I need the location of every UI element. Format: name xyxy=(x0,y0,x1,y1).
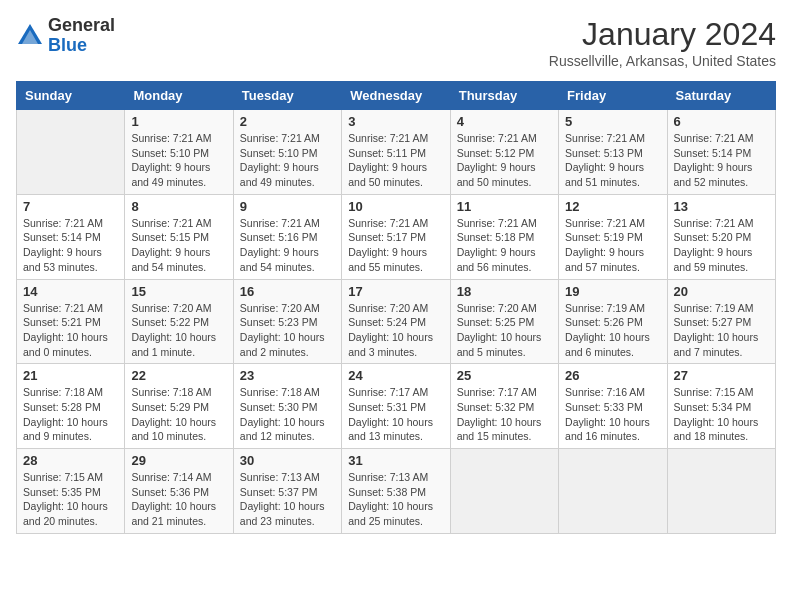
day-number: 1 xyxy=(131,114,226,129)
week-row-3: 14Sunrise: 7:21 AM Sunset: 5:21 PM Dayli… xyxy=(17,279,776,364)
title-block: January 2024 Russellville, Arkansas, Uni… xyxy=(549,16,776,69)
calendar-cell: 1Sunrise: 7:21 AM Sunset: 5:10 PM Daylig… xyxy=(125,110,233,195)
day-info: Sunrise: 7:21 AM Sunset: 5:20 PM Dayligh… xyxy=(674,216,769,275)
day-number: 18 xyxy=(457,284,552,299)
day-info: Sunrise: 7:21 AM Sunset: 5:18 PM Dayligh… xyxy=(457,216,552,275)
calendar-cell: 16Sunrise: 7:20 AM Sunset: 5:23 PM Dayli… xyxy=(233,279,341,364)
day-number: 23 xyxy=(240,368,335,383)
calendar-cell xyxy=(450,449,558,534)
day-info: Sunrise: 7:21 AM Sunset: 5:14 PM Dayligh… xyxy=(674,131,769,190)
calendar-cell: 13Sunrise: 7:21 AM Sunset: 5:20 PM Dayli… xyxy=(667,194,775,279)
day-number: 11 xyxy=(457,199,552,214)
weekday-header-monday: Monday xyxy=(125,82,233,110)
weekday-header-friday: Friday xyxy=(559,82,667,110)
day-number: 21 xyxy=(23,368,118,383)
calendar-cell: 8Sunrise: 7:21 AM Sunset: 5:15 PM Daylig… xyxy=(125,194,233,279)
day-number: 14 xyxy=(23,284,118,299)
calendar-table: SundayMondayTuesdayWednesdayThursdayFrid… xyxy=(16,81,776,534)
calendar-cell: 19Sunrise: 7:19 AM Sunset: 5:26 PM Dayli… xyxy=(559,279,667,364)
day-number: 6 xyxy=(674,114,769,129)
calendar-cell: 2Sunrise: 7:21 AM Sunset: 5:10 PM Daylig… xyxy=(233,110,341,195)
day-number: 13 xyxy=(674,199,769,214)
day-info: Sunrise: 7:20 AM Sunset: 5:23 PM Dayligh… xyxy=(240,301,335,360)
calendar-cell: 20Sunrise: 7:19 AM Sunset: 5:27 PM Dayli… xyxy=(667,279,775,364)
day-number: 9 xyxy=(240,199,335,214)
day-info: Sunrise: 7:18 AM Sunset: 5:28 PM Dayligh… xyxy=(23,385,118,444)
day-info: Sunrise: 7:20 AM Sunset: 5:24 PM Dayligh… xyxy=(348,301,443,360)
day-number: 22 xyxy=(131,368,226,383)
day-info: Sunrise: 7:16 AM Sunset: 5:33 PM Dayligh… xyxy=(565,385,660,444)
week-row-5: 28Sunrise: 7:15 AM Sunset: 5:35 PM Dayli… xyxy=(17,449,776,534)
weekday-header-sunday: Sunday xyxy=(17,82,125,110)
day-info: Sunrise: 7:20 AM Sunset: 5:22 PM Dayligh… xyxy=(131,301,226,360)
day-number: 25 xyxy=(457,368,552,383)
day-number: 19 xyxy=(565,284,660,299)
day-number: 26 xyxy=(565,368,660,383)
day-number: 16 xyxy=(240,284,335,299)
calendar-cell: 29Sunrise: 7:14 AM Sunset: 5:36 PM Dayli… xyxy=(125,449,233,534)
calendar-cell xyxy=(667,449,775,534)
logo-icon xyxy=(16,22,44,50)
calendar-cell: 17Sunrise: 7:20 AM Sunset: 5:24 PM Dayli… xyxy=(342,279,450,364)
day-number: 7 xyxy=(23,199,118,214)
location: Russellville, Arkansas, United States xyxy=(549,53,776,69)
calendar-cell: 6Sunrise: 7:21 AM Sunset: 5:14 PM Daylig… xyxy=(667,110,775,195)
day-info: Sunrise: 7:17 AM Sunset: 5:32 PM Dayligh… xyxy=(457,385,552,444)
day-number: 4 xyxy=(457,114,552,129)
day-number: 28 xyxy=(23,453,118,468)
calendar-cell: 12Sunrise: 7:21 AM Sunset: 5:19 PM Dayli… xyxy=(559,194,667,279)
day-info: Sunrise: 7:13 AM Sunset: 5:38 PM Dayligh… xyxy=(348,470,443,529)
calendar-cell xyxy=(559,449,667,534)
day-info: Sunrise: 7:19 AM Sunset: 5:26 PM Dayligh… xyxy=(565,301,660,360)
day-number: 27 xyxy=(674,368,769,383)
day-info: Sunrise: 7:13 AM Sunset: 5:37 PM Dayligh… xyxy=(240,470,335,529)
calendar-cell: 27Sunrise: 7:15 AM Sunset: 5:34 PM Dayli… xyxy=(667,364,775,449)
day-number: 31 xyxy=(348,453,443,468)
day-number: 29 xyxy=(131,453,226,468)
day-number: 8 xyxy=(131,199,226,214)
calendar-cell: 11Sunrise: 7:21 AM Sunset: 5:18 PM Dayli… xyxy=(450,194,558,279)
page-header: General Blue January 2024 Russellville, … xyxy=(16,16,776,69)
calendar-cell: 3Sunrise: 7:21 AM Sunset: 5:11 PM Daylig… xyxy=(342,110,450,195)
weekday-header-saturday: Saturday xyxy=(667,82,775,110)
day-info: Sunrise: 7:21 AM Sunset: 5:10 PM Dayligh… xyxy=(131,131,226,190)
weekday-header-thursday: Thursday xyxy=(450,82,558,110)
week-row-1: 1Sunrise: 7:21 AM Sunset: 5:10 PM Daylig… xyxy=(17,110,776,195)
logo-text: General Blue xyxy=(48,16,115,56)
day-info: Sunrise: 7:21 AM Sunset: 5:16 PM Dayligh… xyxy=(240,216,335,275)
day-number: 12 xyxy=(565,199,660,214)
day-number: 2 xyxy=(240,114,335,129)
calendar-cell: 30Sunrise: 7:13 AM Sunset: 5:37 PM Dayli… xyxy=(233,449,341,534)
day-info: Sunrise: 7:15 AM Sunset: 5:34 PM Dayligh… xyxy=(674,385,769,444)
calendar-cell: 28Sunrise: 7:15 AM Sunset: 5:35 PM Dayli… xyxy=(17,449,125,534)
day-info: Sunrise: 7:17 AM Sunset: 5:31 PM Dayligh… xyxy=(348,385,443,444)
day-info: Sunrise: 7:20 AM Sunset: 5:25 PM Dayligh… xyxy=(457,301,552,360)
day-info: Sunrise: 7:14 AM Sunset: 5:36 PM Dayligh… xyxy=(131,470,226,529)
calendar-cell: 18Sunrise: 7:20 AM Sunset: 5:25 PM Dayli… xyxy=(450,279,558,364)
day-info: Sunrise: 7:21 AM Sunset: 5:11 PM Dayligh… xyxy=(348,131,443,190)
day-number: 17 xyxy=(348,284,443,299)
day-info: Sunrise: 7:21 AM Sunset: 5:14 PM Dayligh… xyxy=(23,216,118,275)
weekday-header-tuesday: Tuesday xyxy=(233,82,341,110)
day-info: Sunrise: 7:18 AM Sunset: 5:29 PM Dayligh… xyxy=(131,385,226,444)
day-info: Sunrise: 7:19 AM Sunset: 5:27 PM Dayligh… xyxy=(674,301,769,360)
day-number: 30 xyxy=(240,453,335,468)
week-row-4: 21Sunrise: 7:18 AM Sunset: 5:28 PM Dayli… xyxy=(17,364,776,449)
day-info: Sunrise: 7:15 AM Sunset: 5:35 PM Dayligh… xyxy=(23,470,118,529)
calendar-cell: 9Sunrise: 7:21 AM Sunset: 5:16 PM Daylig… xyxy=(233,194,341,279)
calendar-cell: 23Sunrise: 7:18 AM Sunset: 5:30 PM Dayli… xyxy=(233,364,341,449)
calendar-cell: 10Sunrise: 7:21 AM Sunset: 5:17 PM Dayli… xyxy=(342,194,450,279)
day-number: 24 xyxy=(348,368,443,383)
calendar-cell: 7Sunrise: 7:21 AM Sunset: 5:14 PM Daylig… xyxy=(17,194,125,279)
calendar-cell: 31Sunrise: 7:13 AM Sunset: 5:38 PM Dayli… xyxy=(342,449,450,534)
calendar-cell xyxy=(17,110,125,195)
day-number: 15 xyxy=(131,284,226,299)
month-title: January 2024 xyxy=(549,16,776,53)
day-info: Sunrise: 7:21 AM Sunset: 5:21 PM Dayligh… xyxy=(23,301,118,360)
weekday-header-row: SundayMondayTuesdayWednesdayThursdayFrid… xyxy=(17,82,776,110)
calendar-cell: 5Sunrise: 7:21 AM Sunset: 5:13 PM Daylig… xyxy=(559,110,667,195)
calendar-cell: 14Sunrise: 7:21 AM Sunset: 5:21 PM Dayli… xyxy=(17,279,125,364)
week-row-2: 7Sunrise: 7:21 AM Sunset: 5:14 PM Daylig… xyxy=(17,194,776,279)
day-info: Sunrise: 7:21 AM Sunset: 5:12 PM Dayligh… xyxy=(457,131,552,190)
day-number: 20 xyxy=(674,284,769,299)
